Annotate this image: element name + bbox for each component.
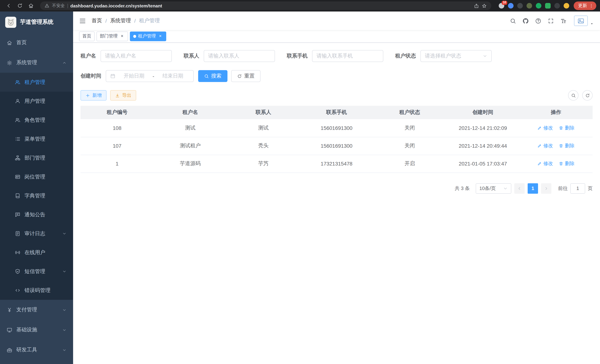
extension-icon[interactable]: 10 [499,3,504,9]
tab-label: 部门管理 [100,33,118,39]
edit-button-label: 修改 [544,142,553,149]
edit-button-label: 修改 [544,125,553,131]
extension-icon[interactable] [554,3,560,9]
tab-dept[interactable]: 部门管理× [96,31,128,41]
active-tab-dot [133,35,136,38]
breadcrumb-home[interactable]: 首页 [92,18,102,24]
fullscreen-icon[interactable] [548,18,554,24]
sidebar-item-dept[interactable]: 部门管理 [0,149,73,167]
extension-icon[interactable] [508,3,514,9]
address-bar[interactable]: 不安全 dashboard.yudao.iocoder.cn/system/te… [40,1,491,10]
sidebar-item-post[interactable]: 岗位管理 [0,167,73,186]
search-button[interactable]: 搜索 [198,70,227,82]
browser-menu-icon[interactable] [589,3,594,8]
tenant-name-input[interactable]: 请输入租户名 [101,50,172,62]
header-search-icon[interactable] [510,18,516,24]
user-avatar-menu[interactable] [574,16,594,26]
extension-icon[interactable] [536,3,541,9]
close-icon[interactable]: × [158,34,163,39]
sidebar-item-system[interactable]: 系统管理 [0,53,73,73]
share-icon[interactable] [474,3,479,8]
contact-input[interactable]: 请输入联系人 [204,50,275,62]
breadcrumb-system[interactable]: 系统管理 [110,18,131,24]
browser-home-button[interactable] [26,1,36,10]
extensions-area: 10 [496,3,572,9]
browser-back-button[interactable] [4,1,13,10]
sidebar-item-tenant[interactable]: 租户管理 [0,73,73,92]
sidebar-item-sms[interactable]: 短信管理 [0,262,73,281]
sidebar-item-label: 首页 [16,39,27,46]
sidebar-item-notice[interactable]: 通知公告 [0,205,73,224]
browser-reload-button[interactable] [15,1,25,10]
status-select[interactable]: 请选择租户状态 [420,50,492,62]
cell-status: 关闭 [373,137,446,155]
sidebar-item-label: 基础设施 [16,327,37,333]
bookmark-star-icon[interactable] [482,3,487,8]
font-size-icon[interactable] [560,18,567,24]
sidebar-item-pay[interactable]: 支付管理 [0,300,73,320]
page-number-1[interactable]: 1 [528,183,538,194]
show-search-button[interactable] [568,90,579,101]
input-placeholder: 请输入租户名 [105,53,136,59]
sidebar-item-role[interactable]: 角色管理 [0,111,73,130]
add-button-label: 新增 [92,92,102,99]
prev-page-button[interactable] [514,183,525,194]
sidebar-item-menu[interactable]: 菜单管理 [0,130,73,149]
sidebar-item-audit-log[interactable]: 审计日志 [0,224,73,243]
app-logo[interactable]: 芋道管理系统 [0,11,73,33]
edit-button[interactable]: 修改 [537,160,553,167]
goto-page-input[interactable]: 1 [570,183,585,194]
edit-button[interactable]: 修改 [537,125,553,131]
next-page-button[interactable] [541,183,551,194]
sidebar-item-dict[interactable]: 字典管理 [0,186,73,205]
reset-button[interactable]: 重置 [231,70,261,82]
edit-button[interactable]: 修改 [537,142,553,149]
tenant-table: 租户编号租户名联系人联系手机租户状态创建时间操作 108测试测试15601691… [81,106,593,173]
extension-icon[interactable] [517,3,523,9]
add-button[interactable]: 新增 [81,90,106,101]
extension-icon[interactable] [526,3,532,9]
delete-button[interactable]: 删除 [559,142,575,149]
browser-update-button[interactable]: 更新 [574,1,596,10]
delete-button-label: 删除 [565,142,575,149]
sidebar-item-user[interactable]: 用户管理 [0,92,73,111]
sidebar-item-dev-tools[interactable]: 研发工具 [0,340,73,360]
phone-input[interactable]: 请输入联系手机 [312,50,383,62]
date-range-picker[interactable]: 开始日期 - 结束日期 [106,70,194,82]
idcard-icon [15,174,20,180]
github-icon[interactable] [523,18,529,24]
sidebar-collapse-icon[interactable] [79,17,86,24]
sidebar-item-infra[interactable]: 基础设施 [0,320,73,340]
sidebar-item-label: 岗位管理 [25,173,45,180]
extension-icon[interactable] [545,3,551,9]
sidebar-menu: 首页系统管理租户管理用户管理角色管理菜单管理部门管理岗位管理字典管理通知公告审计… [0,33,73,360]
export-button[interactable]: 导出 [110,90,136,101]
edit-icon [537,126,542,130]
cell-id: 108 [81,119,154,137]
filter-row-1: 租户名 请输入租户名 联系人 请输入联系人 联系手机 请输入联系手机 租户状态 [81,50,593,62]
cell-contact: 秃头 [227,137,300,155]
delete-button[interactable]: 删除 [559,160,575,167]
page-content: 租户名 请输入租户名 联系人 请输入联系人 联系手机 请输入联系手机 租户状态 [73,43,600,364]
close-icon[interactable]: × [120,34,125,39]
trash-icon [559,126,563,130]
sidebar-item-label: 角色管理 [25,117,45,123]
sidebar-item-error-code[interactable]: 错误码管理 [0,281,73,300]
input-placeholder: 请输入联系手机 [317,53,353,59]
extension-icon[interactable] [564,3,569,9]
tab-home[interactable]: 首页 [79,31,95,41]
page-size-select[interactable]: 10条/页 [476,183,511,194]
help-icon[interactable] [535,18,541,24]
refresh-table-button[interactable] [582,90,593,101]
chevron-down-icon [503,186,508,191]
sidebar-item-home[interactable]: 首页 [0,33,73,53]
cell-created: 2021-12-14 20:49:44 [446,137,519,155]
tab-tenant[interactable]: 租户管理× [130,31,166,41]
sidebar-item-online-user[interactable]: 在线用户 [0,243,73,262]
code-icon [15,288,20,293]
delete-button[interactable]: 删除 [559,125,575,131]
cell-name: 测试 [154,119,227,137]
toolbar: 新增 导出 [81,90,593,101]
doc-icon [15,231,20,236]
download-icon [115,93,120,98]
